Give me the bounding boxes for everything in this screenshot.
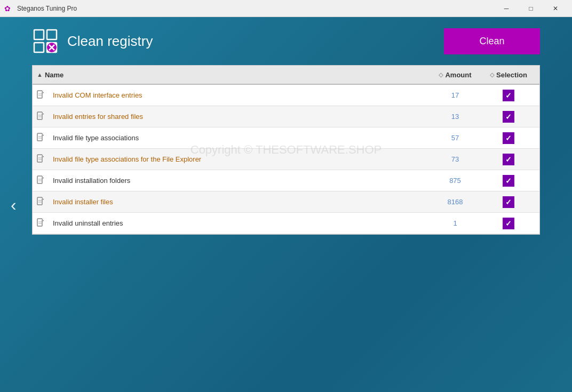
table-header: ▲ Name ◇ Amount ◇ Selection bbox=[33, 66, 539, 85]
row-amount: 8168 bbox=[428, 198, 482, 206]
row-name: Invalid COM interface entries bbox=[53, 91, 428, 99]
svg-rect-10 bbox=[37, 112, 42, 119]
app-icon: ✿ bbox=[4, 4, 13, 13]
row-name: Invalid uninstall entries bbox=[53, 219, 428, 227]
minimize-button[interactable]: ─ bbox=[494, 0, 519, 17]
title-bar-text: Steganos Tuning Pro bbox=[17, 5, 490, 12]
clean-button[interactable]: Clean bbox=[444, 28, 540, 54]
row-file-icon bbox=[37, 111, 47, 122]
table-row: Invalid COM interface entries17 bbox=[33, 85, 539, 106]
row-amount: 13 bbox=[428, 113, 482, 121]
svg-rect-0 bbox=[34, 30, 44, 39]
row-name: Invalid installation folders bbox=[53, 177, 428, 185]
row-checkbox[interactable] bbox=[503, 90, 514, 101]
diamond-icon-amount: ◇ bbox=[439, 71, 443, 78]
registry-icon bbox=[32, 28, 59, 54]
row-selection bbox=[482, 132, 535, 144]
maximize-button[interactable]: □ bbox=[519, 0, 543, 17]
row-checkbox[interactable] bbox=[503, 154, 514, 165]
title-bar-controls: ─ □ ✕ bbox=[494, 0, 568, 17]
row-checkbox[interactable] bbox=[503, 175, 514, 187]
svg-rect-2 bbox=[34, 43, 44, 52]
svg-rect-25 bbox=[37, 219, 42, 226]
row-selection bbox=[482, 154, 535, 165]
svg-rect-19 bbox=[37, 176, 42, 183]
table-body: Invalid COM interface entries17Invalid e… bbox=[33, 85, 539, 234]
back-button[interactable]: ‹ bbox=[11, 195, 17, 214]
row-selection bbox=[482, 111, 535, 123]
row-file-icon bbox=[37, 90, 47, 100]
data-table: Copyright © THESOFTWARE.SHOP ▲ Name ◇ Am… bbox=[32, 65, 540, 235]
row-checkbox[interactable] bbox=[503, 111, 514, 123]
row-amount: 875 bbox=[428, 177, 482, 185]
row-selection bbox=[482, 218, 535, 229]
row-file-icon bbox=[37, 175, 47, 186]
row-checkbox[interactable] bbox=[503, 132, 514, 144]
main-area: ‹ Clean registry Clean Cop bbox=[0, 17, 572, 392]
svg-rect-16 bbox=[37, 155, 42, 162]
row-file-icon bbox=[37, 133, 47, 143]
row-checkbox[interactable] bbox=[503, 196, 514, 208]
table-row: Invalid installer files8168 bbox=[33, 191, 539, 213]
svg-rect-7 bbox=[37, 91, 42, 98]
row-file-icon bbox=[37, 197, 47, 207]
row-selection bbox=[482, 175, 535, 187]
column-header-name[interactable]: ▲ Name bbox=[37, 71, 428, 79]
row-amount: 1 bbox=[428, 219, 482, 227]
row-amount: 57 bbox=[428, 134, 482, 142]
table-row: Invalid installation folders875 bbox=[33, 170, 539, 191]
row-name: Invalid file type associations bbox=[53, 134, 428, 142]
header-row: Clean registry Clean bbox=[32, 28, 540, 54]
page-title: Clean registry bbox=[67, 33, 153, 50]
table-row: Invalid file type associations for the F… bbox=[33, 149, 539, 170]
row-name: Invalid entries for shared files bbox=[53, 113, 428, 121]
row-amount: 17 bbox=[428, 91, 482, 99]
svg-rect-22 bbox=[37, 197, 42, 205]
diamond-icon-selection: ◇ bbox=[490, 71, 494, 78]
column-header-amount[interactable]: ◇ Amount bbox=[428, 71, 482, 79]
row-name: Invalid installer files bbox=[53, 198, 428, 206]
table-row: Invalid entries for shared files13 bbox=[33, 106, 539, 127]
row-file-icon bbox=[37, 154, 47, 164]
column-header-selection[interactable]: ◇ Selection bbox=[482, 71, 535, 79]
row-file-icon bbox=[37, 218, 47, 228]
close-button[interactable]: ✕ bbox=[543, 0, 568, 17]
table-row: Invalid file type associations57 bbox=[33, 127, 539, 149]
sort-icon: ▲ bbox=[37, 71, 43, 78]
header-left: Clean registry bbox=[32, 28, 153, 54]
svg-rect-1 bbox=[47, 30, 57, 39]
row-name: Invalid file type associations for the F… bbox=[53, 155, 428, 163]
title-bar: ✿ Steganos Tuning Pro ─ □ ✕ bbox=[0, 0, 572, 17]
svg-rect-13 bbox=[37, 133, 42, 141]
row-checkbox[interactable] bbox=[503, 218, 514, 229]
row-selection bbox=[482, 196, 535, 208]
row-selection bbox=[482, 90, 535, 101]
row-amount: 73 bbox=[428, 155, 482, 163]
table-row: Invalid uninstall entries1 bbox=[33, 213, 539, 234]
